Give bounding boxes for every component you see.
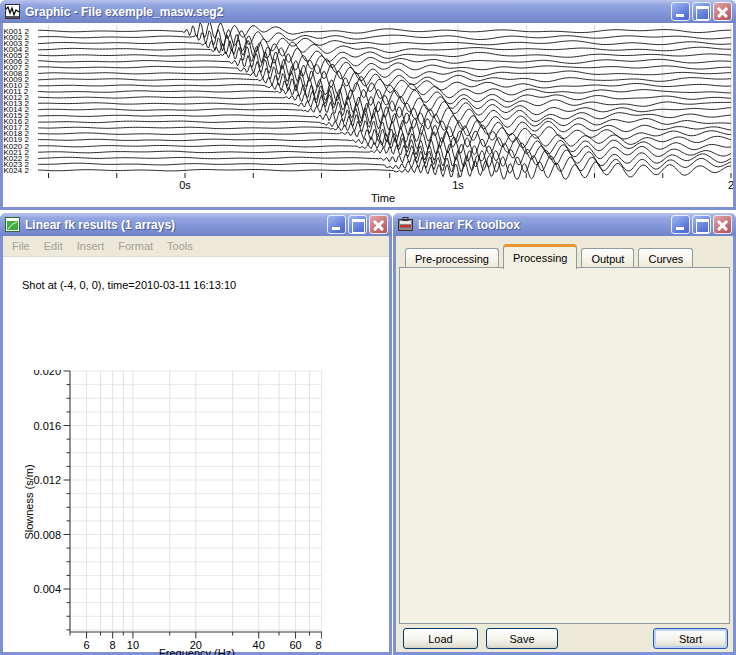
- menu-item-format: Format: [118, 240, 153, 252]
- menu-item-insert: Insert: [77, 240, 105, 252]
- fk-y-tick-label: 0.016: [33, 420, 61, 432]
- start-button[interactable]: Start: [653, 628, 728, 649]
- fk-results-window: Linear fk results (1 arrays) FileEditIns…: [0, 213, 392, 655]
- fk-results-menubar: FileEditInsertFormatTools: [3, 236, 389, 257]
- minimize-icon[interactable]: [671, 2, 690, 21]
- frequency-axis-label: Frequency (Hz): [159, 647, 235, 655]
- minimize-icon[interactable]: [671, 215, 690, 234]
- save-button[interactable]: Save: [486, 628, 558, 649]
- fk-x-tick-label: 80: [316, 639, 322, 651]
- tab-pre-processing[interactable]: Pre-processing: [405, 248, 499, 268]
- minimize-icon[interactable]: [327, 215, 346, 234]
- plot-top-clip: [3, 352, 322, 370]
- toolbox-tabs: Pre-processingProcessingOutputCurves: [405, 243, 693, 268]
- time-tick-label: 2: [728, 179, 733, 191]
- maximize-icon[interactable]: [692, 215, 711, 234]
- load-button[interactable]: Load: [403, 628, 478, 649]
- graphic-titlebar[interactable]: Graphic - File exemple_masw.seg2: [0, 0, 736, 23]
- graphic-window-title: Graphic - File exemple_masw.seg2: [25, 5, 669, 19]
- close-icon[interactable]: [369, 215, 388, 234]
- fk-x-tick-label: 10: [127, 639, 139, 651]
- close-icon[interactable]: [713, 215, 732, 234]
- close-icon[interactable]: [713, 2, 732, 21]
- seismogram-area: K001 2K002 2K003 2K004 2K005 2K006 2K007…: [3, 23, 733, 207]
- fk-results-titlebar[interactable]: Linear fk results (1 arrays): [0, 213, 392, 236]
- trace-label: K024 2: [4, 166, 30, 175]
- contour-plot-icon: [5, 217, 20, 232]
- shot-info-label: Shot at (-4, 0, 0), time=2010-03-11 16:1…: [22, 279, 236, 291]
- fk-toolbox-titlebar[interactable]: Linear FK toolbox: [393, 213, 736, 236]
- fk-toolbox-window: Linear FK toolbox Pre-processingProcessi…: [393, 213, 736, 655]
- fk-results-window-title: Linear fk results (1 arrays): [25, 218, 325, 232]
- seismic-plot: K001 2K002 2K003 2K004 2K005 2K006 2K007…: [3, 23, 733, 207]
- tab-processing[interactable]: Processing: [503, 244, 577, 269]
- fk-y-tick-label: 0.004: [33, 583, 61, 595]
- maximize-icon[interactable]: [692, 2, 711, 21]
- fk-plot: 0.0040.0080.0120.0160.020681020406080Fre…: [3, 352, 322, 655]
- fk-x-tick-label: 40: [253, 639, 265, 651]
- tab-curves[interactable]: Curves: [638, 248, 693, 268]
- fk-x-tick-label: 6: [83, 639, 89, 651]
- fk-x-tick-label: 8: [110, 639, 116, 651]
- maximize-icon[interactable]: [348, 215, 367, 234]
- menu-item-tools: Tools: [167, 240, 193, 252]
- time-tick-label: 1s: [452, 179, 464, 191]
- menu-item-edit: Edit: [44, 240, 63, 252]
- fk-results-canvas: Shot at (-4, 0, 0), time=2010-03-11 16:1…: [3, 257, 389, 652]
- fk-toolbox-window-title: Linear FK toolbox: [418, 218, 669, 232]
- fk-y-tick-label: 0.008: [33, 529, 61, 541]
- waveform-document-icon: [5, 4, 20, 19]
- toolbox-icon: [398, 217, 413, 232]
- tab-output[interactable]: Output: [581, 248, 634, 268]
- fk-y-tick-label: 0.012: [33, 474, 61, 486]
- menu-item-file: File: [12, 240, 30, 252]
- time-tick-label: 0s: [179, 179, 191, 191]
- slowness-axis-label: Slowness (s/m): [23, 464, 35, 539]
- graphic-window: Graphic - File exemple_masw.seg2 K001 2K…: [0, 0, 736, 210]
- processing-tab-page: [399, 267, 730, 624]
- time-axis-label: Time: [371, 192, 395, 204]
- fk-x-tick-label: 60: [289, 639, 301, 651]
